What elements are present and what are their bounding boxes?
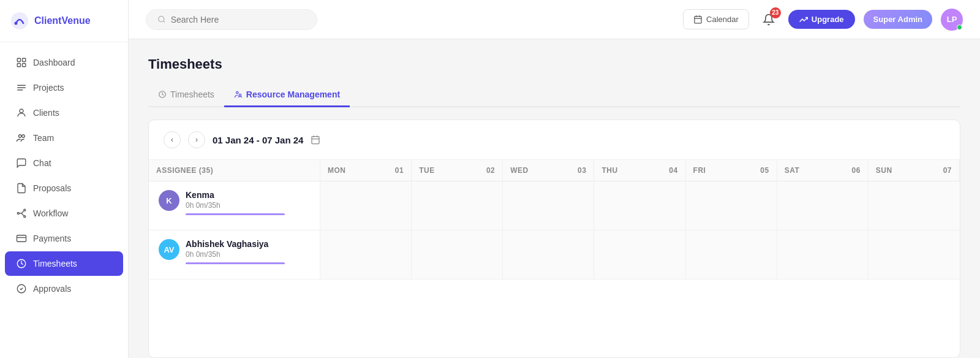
svg-point-7 xyxy=(19,135,22,138)
cell-abhishek-sat[interactable] xyxy=(777,230,869,279)
clients-icon xyxy=(16,107,27,118)
cell-abhishek-thu[interactable] xyxy=(594,230,685,279)
brand-name: ClientVenue xyxy=(34,15,91,26)
cell-kenma-sun[interactable] xyxy=(869,181,960,230)
day-fri: Fri xyxy=(693,166,706,175)
calendar-section: ‹ › 01 Jan 24 - 07 Jan 24 ASSIGNEE (35) … xyxy=(148,120,960,358)
col-header-thu: Thu 04 xyxy=(594,160,685,181)
svg-rect-5 xyxy=(23,64,26,67)
cell-kenma-thu[interactable] xyxy=(594,181,685,230)
assignee-info-kenma: Kenma 0h 0m/35h xyxy=(186,190,310,215)
col-header-mon: Mon 01 xyxy=(320,160,412,181)
calendar-header: ‹ › 01 Jan 24 - 07 Jan 24 xyxy=(149,120,960,160)
sidebar-item-payments[interactable]: Payments xyxy=(5,226,123,251)
search-icon xyxy=(157,15,166,24)
assignee-name-abhishek: Abhishek Vaghasiya xyxy=(186,239,310,249)
tab-resource-label: Resource Management xyxy=(246,90,340,99)
sidebar-item-chat[interactable]: Chat xyxy=(5,151,123,175)
nav-label-approvals: Approvals xyxy=(33,284,71,294)
num-03: 03 xyxy=(578,166,586,175)
assignee-name-kenma: Kenma xyxy=(186,190,310,200)
super-admin-label: Super Admin xyxy=(873,15,922,24)
user-avatar[interactable]: LP xyxy=(941,9,963,31)
svg-point-10 xyxy=(24,209,26,211)
sidebar-item-timesheets[interactable]: Timesheets xyxy=(5,251,123,276)
num-05: 05 xyxy=(760,166,769,175)
next-button[interactable]: › xyxy=(188,131,205,148)
search-bar[interactable] xyxy=(146,9,317,30)
table-row: AV Abhishek Vaghasiya 0h 0m/35h xyxy=(149,230,960,280)
resource-icon xyxy=(234,90,243,99)
notification-badge: 23 xyxy=(770,7,781,18)
day-thu: Thu xyxy=(601,166,617,175)
num-06: 06 xyxy=(851,166,860,175)
assignee-hours-abhishek: 0h 0m/35h xyxy=(186,250,310,259)
calendar-picker-icon[interactable] xyxy=(311,135,320,145)
svg-rect-4 xyxy=(17,64,20,67)
col-header-sun: Sun 07 xyxy=(869,160,960,181)
sidebar-item-dashboard[interactable]: Dashboard xyxy=(5,50,123,75)
grid-table: ASSIGNEE (35) Mon 01 Tue 02 Wed 03 Thu xyxy=(149,160,960,357)
grid-body: K Kenma 0h 0m/35h xyxy=(149,181,960,280)
nav-label-payments: Payments xyxy=(33,234,71,243)
avatar-kenma: K xyxy=(159,190,179,211)
nav-label-timesheets: Timesheets xyxy=(33,259,77,268)
svg-point-9 xyxy=(17,213,19,215)
num-07: 07 xyxy=(943,166,952,175)
prev-button[interactable]: ‹ xyxy=(164,131,181,148)
cell-abhishek-fri[interactable] xyxy=(686,230,777,279)
svg-rect-25 xyxy=(312,137,319,144)
assignee-info-abhishek: Abhishek Vaghasiya 0h 0m/35h xyxy=(186,239,310,264)
cell-abhishek-wed[interactable] xyxy=(503,230,594,279)
cell-kenma-fri[interactable] xyxy=(686,181,777,230)
cell-kenma-wed[interactable] xyxy=(503,181,594,230)
calendar-button[interactable]: Calendar xyxy=(683,9,749,29)
cell-abhishek-tue[interactable] xyxy=(412,230,503,279)
date-range: 01 Jan 24 - 07 Jan 24 xyxy=(213,135,303,145)
grid-header: ASSIGNEE (35) Mon 01 Tue 02 Wed 03 Thu xyxy=(149,160,960,181)
upgrade-label: Upgrade xyxy=(812,15,844,24)
cell-kenma-tue[interactable] xyxy=(412,181,503,230)
svg-point-0 xyxy=(11,12,28,29)
super-admin-button[interactable]: Super Admin xyxy=(864,10,932,29)
tabs: Timesheets Resource Management xyxy=(148,83,960,107)
avatar-initials: LP xyxy=(947,15,957,24)
upgrade-icon xyxy=(799,15,808,24)
sidebar-item-proposals[interactable]: Proposals xyxy=(5,176,123,200)
assignee-bar-kenma xyxy=(186,213,285,215)
sidebar-item-projects[interactable]: Projects xyxy=(5,75,123,100)
search-input[interactable] xyxy=(171,15,306,25)
tab-timesheets[interactable]: Timesheets xyxy=(148,83,224,107)
calendar-label: Calendar xyxy=(706,15,739,24)
cell-abhishek-mon[interactable] xyxy=(320,230,412,279)
approvals-icon xyxy=(16,283,27,294)
cell-abhishek-sun[interactable] xyxy=(869,230,960,279)
team-icon xyxy=(16,132,27,143)
notification-button[interactable]: 23 xyxy=(758,9,780,31)
sidebar-item-clients[interactable]: Clients xyxy=(5,101,123,125)
assignee-header: ASSIGNEE (35) xyxy=(149,160,320,181)
tab-timesheets-label: Timesheets xyxy=(170,90,214,99)
day-mon: Mon xyxy=(328,166,346,175)
nav-label-projects: Projects xyxy=(33,83,64,93)
sidebar-item-team[interactable]: Team xyxy=(5,126,123,150)
assignee-kenma: K Kenma 0h 0m/35h xyxy=(149,181,320,230)
nav-label-proposals: Proposals xyxy=(33,183,71,193)
assignee-hours-kenma: 0h 0m/35h xyxy=(186,201,310,210)
col-header-tue: Tue 02 xyxy=(412,160,503,181)
assignee-bar-abhishek xyxy=(186,262,285,264)
num-02: 02 xyxy=(486,166,495,175)
sidebar-item-workflow[interactable]: Workflow xyxy=(5,201,123,226)
svg-line-17 xyxy=(163,21,164,22)
cell-kenma-mon[interactable] xyxy=(320,181,412,230)
day-sun: Sun xyxy=(876,166,892,175)
upgrade-button[interactable]: Upgrade xyxy=(788,10,855,29)
payments-icon xyxy=(16,233,27,244)
nav-label-workflow: Workflow xyxy=(33,208,68,218)
sidebar-item-approvals[interactable]: Approvals xyxy=(5,276,123,301)
timesheets-icon xyxy=(16,258,27,269)
tab-resource-management[interactable]: Resource Management xyxy=(224,83,350,107)
logo-icon xyxy=(10,11,29,31)
cell-kenma-sat[interactable] xyxy=(777,181,869,230)
col-header-fri: Fri 05 xyxy=(686,160,777,181)
